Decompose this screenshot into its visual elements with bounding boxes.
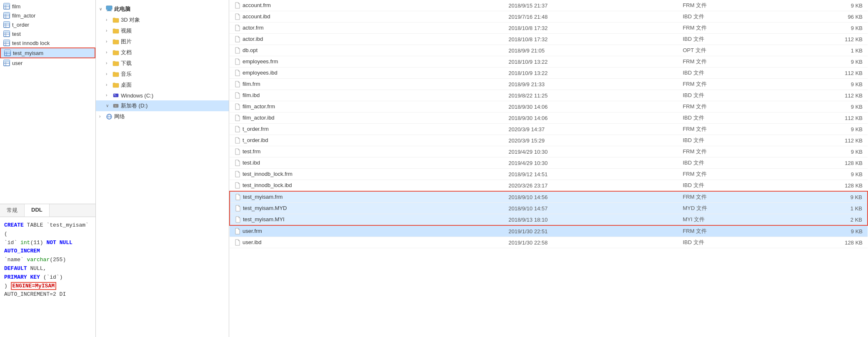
file-name: actor.ibd [243, 36, 263, 42]
filetree-item-3d[interactable]: › 3D 对象 [96, 15, 229, 25]
chevron-icon: › [106, 82, 111, 87]
file-row-9[interactable]: film_actor.frm2018/9/30 14:06FRM 文件9 KB [230, 101, 868, 112]
file-date: 2019/8/22 11:25 [503, 90, 678, 101]
file-row-3[interactable]: actor.ibd2018/10/8 17:32IBD 文件112 KB [230, 34, 868, 45]
file-type: MYD 文件 [678, 203, 780, 214]
file-row-18[interactable]: test_myisam.MYD2018/9/10 14:57MYD 文件1 KB [230, 203, 868, 214]
filetree-item-pictures[interactable]: › 图片 [96, 36, 229, 47]
file-size: 9 KB [780, 22, 868, 34]
file-size: 9 KB [780, 124, 868, 135]
file-name-cell: film.ibd [230, 90, 503, 101]
file-row-6[interactable]: employees.ibd2018/10/9 13:22IBD 文件112 KB [230, 67, 868, 79]
svg-text:D:: D: [115, 105, 117, 107]
svg-rect-24 [4, 40, 10, 42]
file-size: 9 KB [780, 56, 868, 67]
tree-item-test_innodb_lock[interactable]: test innodb lock [0, 38, 95, 47]
file-name-cell: test.frm [230, 146, 503, 157]
tree-item-film_actor[interactable]: film_actor [0, 11, 95, 20]
file-size: 9 KB [780, 146, 868, 157]
svg-rect-36 [108, 10, 111, 10]
file-name-cell: film.frm [230, 79, 503, 90]
computer-label: 此电脑 [114, 5, 130, 13]
file-row-2[interactable]: actor.frm2018/10/8 17:32FRM 文件9 KB [230, 22, 868, 34]
file-row-0[interactable]: account.frm2018/9/15 21:37FRM 文件9 KB [230, 0, 868, 11]
filetree-item-desktop[interactable]: › 桌面 [96, 80, 229, 90]
file-name: account.ibd [243, 13, 270, 20]
ddl-line-1: `id` int(11) NOT NULL AUTO_INCREM [4, 239, 91, 256]
file-row-13[interactable]: test.frm2019/4/29 10:30FRM 文件9 KB [230, 146, 868, 157]
filetree-item-video[interactable]: › 视频 [96, 25, 229, 36]
file-type: FRM 文件 [678, 225, 780, 237]
file-date: 2018/9/10 14:56 [503, 191, 678, 203]
file-date: 2020/3/9 15:29 [503, 135, 678, 146]
file-row-16[interactable]: test_innodb_lock.ibd2020/3/26 23:17IBD 文… [230, 180, 868, 192]
file-date: 2018/9/30 14:06 [503, 101, 678, 112]
file-type: FRM 文件 [678, 146, 780, 157]
table-icon [3, 40, 10, 46]
tabs-bar: 常规DDL [0, 204, 95, 217]
file-row-21[interactable]: user.ibd2019/1/30 22:58IBD 文件128 KB [230, 237, 868, 248]
file-type: FRM 文件 [678, 22, 780, 34]
file-date: 2018/9/13 18:10 [503, 214, 678, 226]
file-name: account.frm [243, 2, 271, 8]
chevron-icon: › [106, 39, 111, 44]
file-date: 2018/10/9 13:22 [503, 56, 678, 67]
file-row-5[interactable]: employees.frm2018/10/9 13:22FRM 文件9 KB [230, 56, 868, 67]
file-row-15[interactable]: test_innodb_lock.frm2018/9/12 14:51FRM 文… [230, 169, 868, 180]
file-tree: ∨ 此电脑 › 3D 对象 › 视频 › 图片 › 文档 › 下载 › [96, 0, 229, 125]
file-size: 9 KB [780, 0, 868, 11]
file-name: actor.frm [243, 25, 264, 31]
file-size: 1 KB [780, 45, 868, 56]
tree-item-test[interactable]: test [0, 29, 95, 38]
right-panel: account.frm2018/9/15 21:37FRM 文件9 KB acc… [229, 0, 868, 337]
file-name-cell: test_myisam.MYI [230, 214, 503, 226]
file-name-cell: film_actor.frm [230, 101, 503, 112]
file-row-1[interactable]: account.ibd2019/7/16 21:48IBD 文件96 KB [230, 11, 868, 22]
file-name-cell: account.frm [230, 0, 503, 11]
filetree-item-downloads[interactable]: › 下载 [96, 58, 229, 69]
file-name-cell: test.ibd [230, 157, 503, 169]
ddl-content: CREATE TABLE `test_myisam` ( `id` int(11… [0, 217, 95, 337]
file-type: FRM 文件 [678, 169, 780, 180]
tree-item-t_order[interactable]: t_order [0, 20, 95, 29]
filetree-item-docs[interactable]: › 文档 [96, 47, 229, 58]
chevron-icon: › [99, 114, 104, 119]
file-size: 9 KB [780, 101, 868, 112]
tree-item-film[interactable]: film [0, 2, 95, 11]
filetree-item-winC[interactable]: › C: Windows (C:) [96, 90, 229, 100]
this-computer[interactable]: ∨ 此电脑 [96, 3, 229, 15]
file-date: 2019/4/29 10:30 [503, 157, 678, 169]
tree-item-test_myisam[interactable]: test_myisam [0, 47, 95, 58]
filetree-item-network[interactable]: › 网络 [96, 111, 229, 122]
file-name: test_myisam.MYI [243, 216, 285, 222]
filetree-label: 文档 [121, 49, 132, 56]
file-size: 112 KB [780, 34, 868, 45]
ddl-line-3: PRIMARY KEY (`id`) [4, 273, 91, 282]
file-size: 112 KB [780, 135, 868, 146]
file-row-20[interactable]: user.frm2019/1/30 22:51FRM 文件9 KB [230, 225, 868, 237]
tab-ddl[interactable]: DDL [25, 204, 50, 217]
file-type: IBD 文件 [678, 112, 780, 124]
file-row-7[interactable]: film.frm2018/9/9 21:33FRM 文件9 KB [230, 79, 868, 90]
file-row-11[interactable]: t_order.frm2020/3/9 14:37FRM 文件9 KB [230, 124, 868, 135]
table-icon [3, 30, 10, 37]
file-row-14[interactable]: test.ibd2019/4/29 10:30IBD 文件128 KB [230, 157, 868, 169]
file-row-19[interactable]: test_myisam.MYI2018/9/13 18:10MYI 文件2 KB [230, 214, 868, 226]
svg-text:C:: C: [115, 95, 117, 97]
tree-item-user[interactable]: user [0, 58, 95, 67]
file-size: 9 KB [780, 225, 868, 237]
tab-normal[interactable]: 常规 [0, 204, 25, 217]
file-row-8[interactable]: film.ibd2019/8/22 11:25IBD 文件112 KB [230, 90, 868, 101]
file-row-12[interactable]: t_order.ibd2020/3/9 15:29IBD 文件112 KB [230, 135, 868, 146]
file-row-17[interactable]: test_myisam.frm2018/9/10 14:56FRM 文件9 KB [230, 191, 868, 203]
table-icon [4, 50, 11, 56]
chevron-icon: › [106, 17, 111, 22]
file-date: 2019/1/30 22:51 [503, 225, 678, 237]
file-name: test_innodb_lock.frm [243, 171, 293, 177]
file-row-10[interactable]: film_actor.ibd2018/9/30 14:06IBD 文件112 K… [230, 112, 868, 124]
file-type: IBD 文件 [678, 34, 780, 45]
file-row-4[interactable]: db.opt2018/9/9 21:05OPT 文件1 KB [230, 45, 868, 56]
file-name: test.frm [243, 148, 260, 155]
filetree-item-music[interactable]: › 音乐 [96, 69, 229, 80]
filetree-item-newD[interactable]: ∨ D: 新加卷 (D:) [96, 100, 229, 111]
